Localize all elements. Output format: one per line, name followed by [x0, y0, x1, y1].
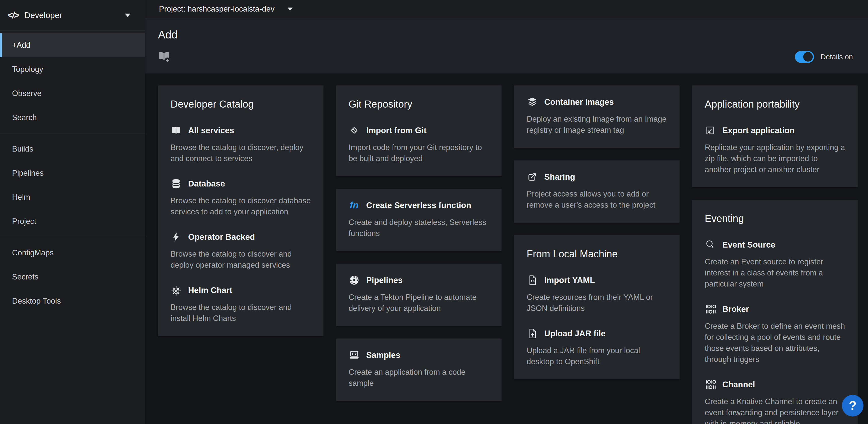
add-action-database[interactable]: DatabaseBrowse the catalog to discover d… [170, 178, 311, 218]
helm-icon: ⎈ [170, 285, 182, 296]
tile-description: Create an application from a code sample [349, 367, 489, 389]
add-action-export-application[interactable]: Export applicationReplicate your applica… [705, 125, 845, 175]
sidebar-item-observe[interactable]: Observe [0, 81, 145, 106]
tile-description: Browse the catalog to discover and insta… [170, 302, 311, 324]
tile-title: Helm Chart [188, 285, 232, 295]
tile-title: All services [188, 126, 234, 135]
binary-icon [705, 304, 716, 315]
card-columns: Developer CatalogAll servicesBrowse the … [146, 74, 868, 424]
sidebar-item-search[interactable]: Search [0, 106, 145, 130]
card-column-4: Application portabilityExport applicatio… [692, 85, 858, 424]
project-switcher-label: Project: harshcasper-localsta-dev [159, 4, 275, 13]
add-action-helm-chart[interactable]: ⎈Helm ChartBrowse the catalog to discove… [170, 285, 311, 324]
tile-description: Create a Tekton Pipeline to automate del… [349, 292, 489, 314]
export-icon [705, 125, 716, 136]
card-from-local-machine[interactable]: From Local MachineImport YAMLCreate reso… [514, 235, 680, 379]
tile-head: Channel [705, 379, 845, 390]
card-create-serverless-function[interactable]: fnCreate Serverless functionCreate and d… [336, 189, 502, 251]
card-container-images[interactable]: Container imagesDeploy an existing Image… [514, 85, 680, 148]
sidebar-item-add[interactable]: +Add [0, 33, 145, 57]
tile-description: Create resources from their YAML or JSON… [527, 292, 667, 314]
fn-icon: fn [349, 200, 360, 211]
card-sharing[interactable]: SharingProject access allows you to add … [514, 160, 680, 223]
tile-title: Create Serverless function [366, 201, 471, 210]
tile-title: Channel [722, 380, 755, 389]
add-action-broker[interactable]: BrokerCreate a Broker to define an event… [705, 304, 845, 365]
tile-title: Import YAML [544, 276, 595, 285]
tile-head: Database [170, 178, 311, 189]
card-title: From Local Machine [527, 248, 667, 260]
tile-title: Export application [722, 126, 795, 135]
card-git-repository[interactable]: Git RepositoryImport from GitImport code… [336, 85, 502, 176]
add-action-import-from-git[interactable]: Import from GitImport code from your Git… [349, 125, 489, 164]
add-action-channel[interactable]: ChannelCreate a Knative Channel to creat… [705, 379, 845, 424]
laptop-code-icon [349, 349, 360, 361]
tile-head: Export application [705, 125, 845, 136]
card-pipelines[interactable]: PipelinesCreate a Tekton Pipeline to aut… [336, 264, 502, 326]
tile-head: Import YAML [527, 275, 667, 286]
tile-description: Replicate your application by exporting … [705, 142, 845, 175]
tile-description: Create a Knative Channel to create an ev… [705, 396, 845, 424]
tile-head: Upload JAR file [527, 328, 667, 339]
sidebar-item-pipelines[interactable]: Pipelines [0, 161, 145, 185]
database-icon [170, 178, 182, 189]
tile-head: Broker [705, 304, 845, 315]
add-action-operator-backed[interactable]: Operator BackedBrowse the catalog to dis… [170, 231, 311, 271]
sidebar-item-project[interactable]: Project [0, 209, 145, 233]
card-title: Application portability [705, 98, 845, 110]
project-switcher[interactable]: Project: harshcasper-localsta-dev [159, 4, 292, 13]
add-action-event-source[interactable]: Event SourceCreate an Event source to re… [705, 239, 845, 289]
sidebar-item-builds[interactable]: Builds [0, 137, 145, 161]
tile-head: Samples [349, 349, 489, 361]
add-action-sharing[interactable]: SharingProject access allows you to add … [527, 171, 667, 210]
git-icon [349, 125, 360, 136]
tile-head: Pipelines [349, 275, 489, 286]
page-header: Add Details on [146, 18, 868, 74]
card-title: Eventing [705, 213, 845, 224]
sidebar-item-helm[interactable]: Helm [0, 185, 145, 209]
help-button[interactable]: ? [842, 395, 864, 417]
tile-description: Create an Event source to register inter… [705, 256, 845, 289]
card-eventing[interactable]: EventingEvent SourceCreate an Event sour… [692, 200, 858, 424]
sidebar-item-secrets[interactable]: Secrets [0, 265, 145, 289]
tile-description: Create and deploy stateless, Serverless … [349, 217, 489, 239]
card-application-portability[interactable]: Application portabilityExport applicatio… [692, 85, 858, 187]
sidebar-item-topology[interactable]: Topology [0, 57, 145, 81]
tile-description: Browse the catalog to discover database … [170, 195, 311, 218]
add-action-create-serverless-function[interactable]: fnCreate Serverless functionCreate and d… [349, 200, 489, 239]
event-source-icon [705, 239, 716, 250]
tile-head: Event Source [705, 239, 845, 250]
add-action-container-images[interactable]: Container imagesDeploy an existing Image… [527, 96, 667, 136]
tile-description: Project access allows you to add or remo… [527, 189, 667, 210]
tile-description: Import code from your Git repository to … [349, 142, 489, 164]
add-action-upload-jar-file[interactable]: Upload JAR fileUpload a JAR file from yo… [527, 328, 667, 367]
tile-head: Sharing [527, 171, 667, 182]
card-title: Developer Catalog [170, 98, 311, 110]
details-switch-group: Details on [795, 51, 853, 63]
share-icon [527, 171, 538, 182]
tile-head: ⎈Helm Chart [170, 285, 311, 296]
masthead: Project: harshcasper-localsta-dev [146, 0, 868, 18]
details-toggle[interactable] [795, 51, 814, 63]
sidebar-item-configmaps[interactable]: ConfigMaps [0, 241, 145, 265]
tile-head: Import from Git [349, 125, 489, 136]
tile-head: All services [170, 125, 311, 136]
sidebar: </> Developer +AddTopologyObserveSearchB… [0, 0, 145, 424]
add-action-all-services[interactable]: All servicesBrowse the catalog to discov… [170, 125, 311, 164]
toggle-knob [803, 52, 813, 62]
tile-head: fnCreate Serverless function [349, 200, 489, 211]
perspective-label: Developer [24, 10, 125, 20]
add-action-pipelines[interactable]: PipelinesCreate a Tekton Pipeline to aut… [349, 275, 489, 314]
add-action-samples[interactable]: SamplesCreate an application from a code… [349, 349, 489, 389]
card-samples[interactable]: SamplesCreate an application from a code… [336, 339, 502, 401]
book-plus-icon[interactable] [157, 50, 170, 63]
details-toggle-label: Details on [820, 53, 853, 61]
perspective-switcher[interactable]: </> Developer [0, 0, 145, 31]
card-title: Git Repository [349, 98, 489, 110]
add-action-import-yaml[interactable]: Import YAMLCreate resources from their Y… [527, 275, 667, 314]
tile-title: Container images [544, 97, 614, 107]
open-book-icon [170, 125, 182, 136]
sidebar-item-desktop-tools[interactable]: Desktop Tools [0, 289, 145, 313]
page-title: Add [158, 28, 178, 41]
card-developer-catalog[interactable]: Developer CatalogAll servicesBrowse the … [158, 85, 323, 336]
